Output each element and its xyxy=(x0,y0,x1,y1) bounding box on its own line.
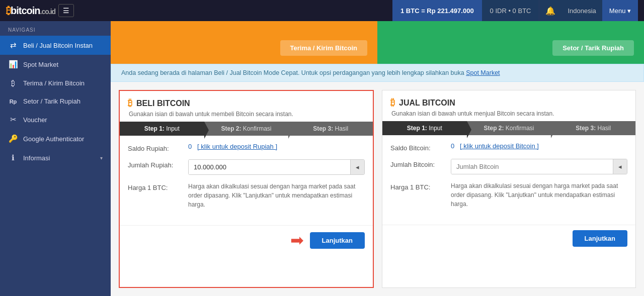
beli-header: ₿ BELI BITCOIN Gunakan isian di bawah un… xyxy=(120,91,373,122)
beli-lanjutkan-button[interactable]: Lanjutkan xyxy=(310,232,365,249)
jual-jumlah-row: Jumlah Bitcoin: ◂ xyxy=(390,159,627,174)
hamburger-button[interactable]: ☰ xyxy=(58,4,74,17)
beli-step-1: Step 1: Input xyxy=(120,122,204,136)
chart-icon: 📊 xyxy=(8,60,18,69)
jumlah-rupiah-input-group: ◂ xyxy=(188,159,365,175)
jual-header: ₿ JUAL BITCOIN Gunakan isian di bawah un… xyxy=(382,90,635,121)
harga-btc-label-jual: Harga 1 BTC: xyxy=(390,181,446,191)
spot-market-link[interactable]: Spot Market xyxy=(466,69,500,76)
info-bar: Anda sedang berada di halaman Beli / Jua… xyxy=(111,64,644,82)
forms-row: ₿ BELI BITCOIN Gunakan isian di bawah un… xyxy=(111,82,644,296)
jual-form-footer: Lanjutkan xyxy=(382,225,635,254)
sidebar-item-beli-jual[interactable]: ⇄ Beli / Jual Bitcoin Instan xyxy=(0,36,111,55)
transfer-icon: ⇄ xyxy=(8,41,18,50)
jumlah-rupiah-label: Jumlah Rupiah: xyxy=(128,159,183,169)
btc-orange-icon-jual: ₿ xyxy=(390,97,395,108)
jual-harga-row: Harga 1 BTC: Harga akan dikalkulasi sesu… xyxy=(390,181,627,209)
harga-btc-note-beli: Harga akan dikalkulasi sesuai dengan har… xyxy=(188,182,365,209)
sidebar-item-terima-kirim[interactable]: ₿ Terima / Kirim Bitcoin xyxy=(0,74,111,92)
jual-subtitle: Gunakan isian di bawah untuk menjual Bit… xyxy=(390,110,627,117)
topbar-right: 1 BTC = Rp 221.497.000 0 IDR • 0 BTC 🔔 I… xyxy=(392,0,638,21)
arrow-right-icon: ➡ xyxy=(290,231,304,250)
main-layout: NAVIGASI ⇄ Beli / Jual Bitcoin Instan 📊 … xyxy=(0,21,644,296)
beli-subtitle: Gunakan isian di bawah untuk membeli Bit… xyxy=(128,111,365,118)
setor-tarik-button[interactable]: Setor / Tarik Rupiah xyxy=(552,40,634,56)
beli-step-2: Step 2: Konfirmasi xyxy=(204,122,289,136)
jumlah-bitcoin-input-group: ◂ xyxy=(451,159,627,174)
jumlah-bitcoin-input[interactable] xyxy=(451,159,613,174)
saldo-rupiah-label: Saldo Rupiah: xyxy=(128,143,183,152)
key-icon: 🔑 xyxy=(8,134,18,143)
jual-lanjutkan-button[interactable]: Lanjutkan xyxy=(573,230,627,247)
harga-btc-note-jual: Harga akan dikalkulasi sesuai dengan har… xyxy=(451,181,627,209)
rupiah-icon: Rp xyxy=(8,98,18,105)
voucher-icon: ✂ xyxy=(8,115,18,124)
beli-harga-row: Harga 1 BTC: Harga akan dikalkulasi sesu… xyxy=(128,182,365,209)
bitcoin-card: Terima / Kirim Bitcoin xyxy=(111,21,377,64)
chevron-down-icon: ▾ xyxy=(100,155,103,161)
bitcoin-icon: ₿ xyxy=(8,79,18,87)
jual-step-2: Step 2: Konfirmasi xyxy=(467,121,551,135)
beli-step-3: Step 3: Hasil xyxy=(288,122,373,136)
beli-jumlah-row: Jumlah Rupiah: ◂ xyxy=(128,159,365,175)
jumlah-rupiah-addon[interactable]: ◂ xyxy=(350,160,364,174)
logo: ₿bitcoin.co.id xyxy=(6,5,55,17)
jumlah-rupiah-input-wrap: ◂ xyxy=(188,159,365,175)
btc-orange-icon: ₿ xyxy=(128,98,132,109)
sidebar: NAVIGASI ⇄ Beli / Jual Bitcoin Instan 📊 … xyxy=(0,21,111,296)
btc-rate: 1 BTC = Rp 221.497.000 xyxy=(392,0,482,21)
logo-area: ₿bitcoin.co.id ☰ xyxy=(6,4,74,17)
beli-steps: Step 1: Input Step 2: Konfirmasi Step 3:… xyxy=(120,122,373,136)
jual-card: ₿ JUAL BITCOIN Gunakan isian di bawah un… xyxy=(382,90,636,288)
jual-step-1: Step 1: Input xyxy=(382,121,467,135)
sidebar-item-setor-tarik[interactable]: Rp Setor / Tarik Rupiah xyxy=(0,92,111,110)
jumlah-bitcoin-label: Jumlah Bitcoin: xyxy=(390,159,446,168)
beli-form-footer: ➡ Lanjutkan xyxy=(120,225,373,257)
jual-title: ₿ JUAL BITCOIN xyxy=(390,97,627,108)
sidebar-item-informasi[interactable]: ℹ Informasi ▾ xyxy=(0,148,111,167)
main-content: Terima / Kirim Bitcoin Setor / Tarik Rup… xyxy=(111,21,644,296)
beli-title: ₿ BELI BITCOIN xyxy=(128,98,365,109)
terima-kirim-button[interactable]: Terima / Kirim Bitcoin xyxy=(280,40,367,56)
topbar: ₿bitcoin.co.id ☰ 1 BTC = Rp 221.497.000 … xyxy=(0,0,644,21)
jumlah-rupiah-input[interactable] xyxy=(189,160,350,174)
sidebar-item-spot-market[interactable]: 📊 Spot Market xyxy=(0,55,111,74)
jual-steps: Step 1: Input Step 2: Konfirmasi Step 3:… xyxy=(382,121,635,135)
jual-form-body: Saldo Bitcoin: 0 [ klik untuk deposit Bi… xyxy=(382,135,635,223)
nav-label: NAVIGASI xyxy=(0,21,111,36)
harga-btc-label-beli: Harga 1 BTC: xyxy=(128,182,183,191)
saldo-bitcoin-label: Saldo Bitcoin: xyxy=(390,142,446,152)
beli-saldo-row: Saldo Rupiah: 0 [ klik untuk deposit Rup… xyxy=(128,143,365,152)
beli-form-body: Saldo Rupiah: 0 [ klik untuk deposit Rup… xyxy=(120,136,373,223)
notification-bell[interactable]: 🔔 xyxy=(539,0,561,21)
jual-step-3: Step 3: Hasil xyxy=(551,121,635,135)
saldo-bitcoin-value: 0 [ klik untuk deposit Bitcoin ] xyxy=(451,142,627,150)
bell-icon: 🔔 xyxy=(545,6,555,16)
info-icon: ℹ xyxy=(8,153,18,162)
sidebar-item-google-auth[interactable]: 🔑 Google Authenticator xyxy=(0,129,111,148)
rupiah-card: Setor / Tarik Rupiah xyxy=(377,21,644,64)
deposit-bitcoin-link[interactable]: [ klik untuk deposit Bitcoin ] xyxy=(460,142,539,150)
saldo-rupiah-value: 0 [ klik untuk deposit Rupiah ] xyxy=(188,143,365,150)
jumlah-bitcoin-addon[interactable]: ◂ xyxy=(613,159,627,174)
jual-saldo-row: Saldo Bitcoin: 0 [ klik untuk deposit Bi… xyxy=(390,142,627,152)
language-selector[interactable]: Indonesia xyxy=(561,0,602,21)
jumlah-bitcoin-input-wrap: ◂ xyxy=(451,159,627,174)
deposit-rupiah-link[interactable]: [ klik untuk deposit Rupiah ] xyxy=(197,143,277,150)
sidebar-item-voucher[interactable]: ✂ Voucher xyxy=(0,110,111,129)
beli-card: ₿ BELI BITCOIN Gunakan isian di bawah un… xyxy=(119,90,374,288)
top-cards: Terima / Kirim Bitcoin Setor / Tarik Rup… xyxy=(111,21,644,64)
balance-display: 0 IDR • 0 BTC xyxy=(482,0,539,21)
menu-button[interactable]: Menu ▾ xyxy=(602,0,638,21)
